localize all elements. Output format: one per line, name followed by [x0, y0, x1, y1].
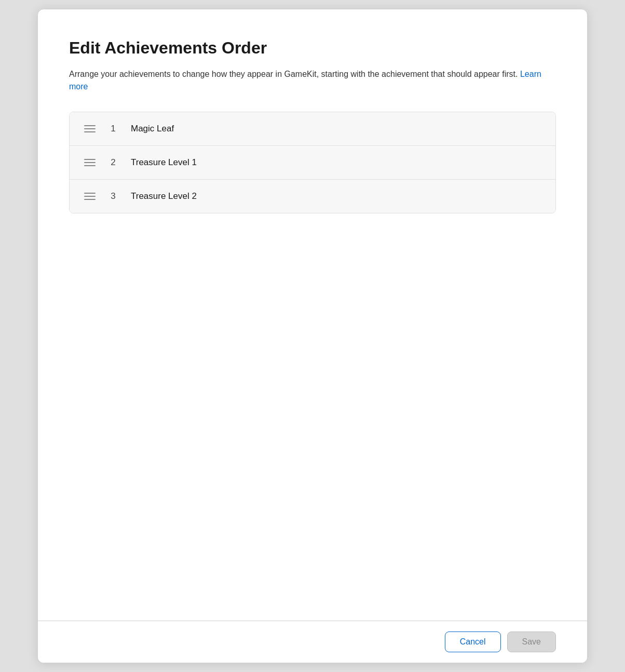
drag-handle-line: [84, 125, 96, 126]
drag-handle-1[interactable]: [84, 125, 96, 132]
achievement-number-3: 3: [108, 191, 118, 201]
drag-handle-2[interactable]: [84, 159, 96, 166]
achievements-list: 1 Magic Leaf 2 Treasure Level 1 3: [69, 112, 556, 213]
drag-handle-line: [84, 131, 96, 132]
cancel-button[interactable]: Cancel: [445, 631, 501, 652]
drag-handle-line: [84, 159, 96, 160]
drag-handle-3[interactable]: [84, 193, 96, 200]
modal-description: Arrange your achievements to change how …: [69, 68, 556, 93]
drag-handle-line: [84, 193, 96, 194]
save-button[interactable]: Save: [507, 631, 556, 652]
modal-footer: Cancel Save: [38, 621, 587, 663]
achievement-number-2: 2: [108, 157, 118, 168]
achievement-name-3: Treasure Level 2: [131, 191, 541, 201]
edit-achievements-modal: Edit Achievements Order Arrange your ach…: [37, 9, 588, 663]
achievement-name-2: Treasure Level 1: [131, 157, 541, 168]
description-text: Arrange your achievements to change how …: [69, 70, 518, 78]
drag-handle-line: [84, 199, 96, 200]
modal-title: Edit Achievements Order: [69, 38, 556, 58]
achievement-item-2: 2 Treasure Level 1: [70, 146, 555, 180]
achievement-item-3: 3 Treasure Level 2: [70, 180, 555, 213]
drag-handle-line: [84, 128, 96, 129]
achievement-item-1: 1 Magic Leaf: [70, 112, 555, 146]
drag-handle-line: [84, 162, 96, 163]
drag-handle-line: [84, 165, 96, 166]
modal-body: Edit Achievements Order Arrange your ach…: [38, 9, 587, 621]
achievement-number-1: 1: [108, 124, 118, 134]
achievement-name-1: Magic Leaf: [131, 124, 541, 134]
drag-handle-line: [84, 196, 96, 197]
